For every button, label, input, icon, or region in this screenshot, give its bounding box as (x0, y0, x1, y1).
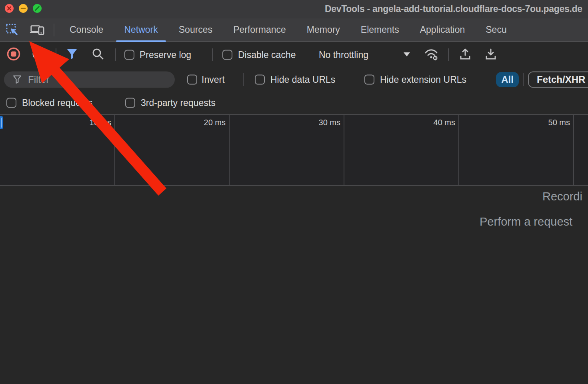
timeline-gridline (573, 115, 574, 185)
search-button[interactable] (91, 47, 105, 62)
invert-label: Invert (202, 74, 225, 85)
tab-security-label: Secu (486, 24, 506, 35)
minimize-window-button[interactable] (19, 4, 28, 13)
timeline-gridline (229, 115, 230, 185)
hide-extension-urls-checkbox[interactable] (364, 74, 374, 84)
clear-icon (32, 48, 45, 60)
toolbar-separator (56, 48, 56, 61)
import-har-button[interactable] (458, 47, 472, 62)
preserve-log-checkbox[interactable] (124, 50, 134, 60)
tab-security[interactable]: Secu (475, 18, 517, 41)
overview-handle-grip (1, 118, 2, 128)
tab-performance[interactable]: Performance (223, 18, 296, 41)
network-overview-timeline[interactable]: 10 ms 20 ms 30 ms 40 ms 50 ms (0, 114, 588, 186)
tabbar-separator (54, 24, 54, 36)
tab-sources-label: Sources (179, 24, 212, 35)
timeline-tick-50ms: 50 ms (526, 118, 570, 127)
network-filter-row: Invert Hide data URLs Hide extension URL… (0, 68, 588, 91)
tab-elements[interactable]: Elements (350, 18, 410, 41)
tab-memory-label: Memory (307, 24, 340, 35)
toggle-device-toolbar-button[interactable] (30, 22, 45, 38)
filter-type-all-label: All (501, 74, 514, 85)
window-titlebar: DevTools - angela-add-tutorial.cloudflar… (0, 0, 588, 18)
stop-recording-button[interactable] (6, 47, 21, 63)
inspect-element-button[interactable] (5, 22, 20, 38)
toolbar-separator (212, 48, 213, 61)
tab-application-label: Application (420, 24, 465, 35)
timeline-tick-10ms: 10 ms (67, 118, 111, 127)
tab-elements-label: Elements (361, 24, 399, 35)
filter-type-fetch-xhr-label: Fetch/XHR (537, 74, 585, 85)
filter-separator (523, 73, 524, 86)
blocked-requests-checkbox[interactable] (6, 98, 16, 108)
zoom-icon (33, 4, 42, 13)
window-title: DevTools - angela-add-tutorial.cloudflar… (325, 4, 582, 14)
clear-network-log-button[interactable] (32, 48, 45, 62)
close-icon (5, 4, 14, 13)
third-party-requests-checkbox[interactable] (125, 98, 135, 108)
invert-checkbox[interactable] (187, 74, 197, 84)
filter-type-all-button[interactable]: All (496, 72, 519, 87)
filter-funnel-icon (12, 74, 22, 85)
empty-state-recording-text: Recordi (542, 190, 582, 203)
tab-network[interactable]: Network (114, 18, 168, 41)
inspect-cursor-icon (6, 23, 19, 37)
disable-cache-label: Disable cache (238, 50, 296, 60)
empty-state-hint-text: Perform a request (480, 215, 572, 228)
filter-separator (243, 73, 244, 86)
device-toolbar-icon (30, 23, 45, 37)
hide-data-urls-checkbox[interactable] (255, 74, 265, 84)
timeline-gridline (458, 115, 459, 185)
timeline-tick-30ms: 30 ms (296, 118, 340, 127)
third-party-requests-label: 3rd-party requests (141, 97, 216, 108)
funnel-icon (66, 48, 78, 60)
close-window-button[interactable] (5, 4, 14, 13)
tab-sources[interactable]: Sources (168, 18, 223, 41)
throttling-select[interactable]: No throttling (319, 50, 368, 60)
hide-extension-urls-label: Hide extension URLs (380, 74, 466, 85)
chevron-down-icon (403, 52, 410, 57)
tab-memory[interactable]: Memory (296, 18, 350, 41)
filter-input-container[interactable] (4, 71, 175, 88)
network-requests-area: Recordi Perform a request (0, 186, 588, 384)
filter-toggle-button[interactable] (66, 48, 78, 62)
record-stop-icon (6, 47, 21, 61)
devtools-tabbar: Console Network Sources Performance Memo… (0, 18, 588, 42)
overview-selection-handle[interactable] (0, 116, 3, 129)
network-conditions-icon (423, 46, 440, 62)
preserve-log-label: Preserve log (140, 50, 191, 60)
tab-console-label: Console (70, 24, 103, 35)
zoom-window-button[interactable] (33, 4, 42, 13)
minimize-icon (19, 4, 28, 13)
blocked-requests-label: Blocked requests (22, 97, 92, 108)
network-filter-row-2: Blocked requests 3rd-party requests (0, 91, 588, 114)
timeline-tick-20ms: 20 ms (182, 118, 226, 127)
filter-type-fetch-xhr-button[interactable]: Fetch/XHR (528, 71, 588, 88)
tab-performance-label: Performance (233, 24, 286, 35)
filter-input[interactable] (28, 74, 160, 85)
disable-cache-checkbox[interactable] (222, 50, 232, 60)
timeline-gridline (344, 115, 344, 185)
import-har-icon (458, 47, 472, 61)
tab-console[interactable]: Console (59, 18, 114, 41)
timeline-gridline (114, 115, 115, 185)
throttling-caret[interactable] (403, 51, 410, 58)
hide-data-urls-label: Hide data URLs (270, 74, 335, 85)
search-icon (91, 47, 105, 61)
export-har-button[interactable] (484, 47, 498, 62)
network-conditions-button[interactable] (423, 46, 440, 63)
timeline-tick-40ms: 40 ms (411, 118, 455, 127)
export-har-icon (484, 47, 498, 61)
network-toolbar: Preserve log Disable cache No throttling (0, 42, 588, 68)
toolbar-separator (448, 48, 449, 61)
toolbar-separator (115, 48, 116, 61)
tab-network-label: Network (124, 24, 158, 35)
tab-application[interactable]: Application (410, 18, 476, 41)
